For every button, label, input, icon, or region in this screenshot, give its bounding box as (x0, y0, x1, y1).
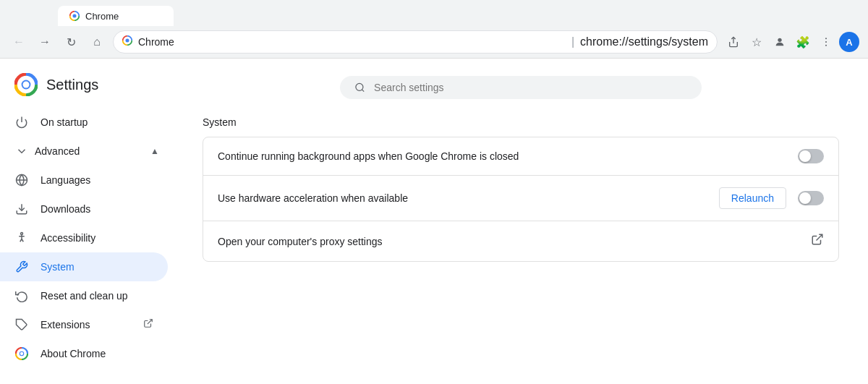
main-content: System Continue running background apps … (174, 59, 868, 384)
tab-label: Chrome (85, 11, 119, 22)
svg-point-1 (72, 14, 76, 17)
svg-point-11 (23, 82, 30, 88)
address-bar[interactable]: Chrome | chrome://settings/system (113, 30, 718, 54)
sidebar-item-about[interactable]: About Chrome (0, 339, 168, 368)
proxy-label: Open your computer's proxy settings (218, 236, 799, 247)
settings-title: Settings (46, 77, 98, 93)
advanced-icon (14, 144, 29, 158)
chrome-logo (14, 73, 38, 96)
svg-line-18 (148, 320, 152, 324)
extensions-button[interactable]: 🧩 (793, 32, 813, 52)
relaunch-button[interactable]: Relaunch (719, 187, 786, 209)
sidebar-item-label-on-startup: On startup (41, 116, 88, 128)
sidebar-item-label-accessibility: Accessibility (41, 232, 95, 244)
settings-row-background-apps: Continue running background apps when Go… (203, 137, 838, 176)
share-button[interactable] (723, 32, 744, 52)
proxy-external-icon[interactable] (811, 233, 824, 249)
settings-row-proxy[interactable]: Open your computer's proxy settings (203, 221, 838, 261)
history-icon (14, 289, 29, 303)
background-apps-toggle[interactable] (798, 149, 824, 163)
accessibility-icon (14, 231, 29, 245)
address-favicon (122, 35, 132, 48)
svg-line-24 (817, 234, 822, 240)
search-input[interactable] (374, 82, 687, 93)
toolbar-actions: ☆ 🧩 A (723, 32, 859, 52)
toggle-thumb-2 (799, 192, 811, 204)
puzzle-icon (14, 317, 29, 332)
address-site-name: Chrome (138, 36, 566, 48)
sidebar: Settings On startup Advanced ▲ Languages (0, 59, 174, 384)
svg-point-8 (825, 45, 827, 46)
sidebar-item-languages[interactable]: Languages (0, 166, 168, 195)
svg-point-16 (21, 233, 23, 235)
sidebar-item-advanced[interactable]: Advanced ▲ (0, 137, 174, 166)
svg-point-6 (825, 38, 827, 39)
app-container: Settings On startup Advanced ▲ Languages (0, 59, 868, 384)
svg-point-21 (20, 352, 23, 355)
home-button[interactable]: ⌂ (87, 32, 107, 52)
advanced-chevron: ▲ (150, 146, 159, 156)
search-bar[interactable] (340, 76, 702, 99)
svg-point-7 (825, 41, 827, 43)
sidebar-item-reset[interactable]: Reset and clean up (0, 281, 168, 310)
forward-button[interactable]: → (35, 32, 55, 52)
sidebar-item-label-about: About Chrome (41, 348, 106, 359)
toggle-thumb (799, 150, 811, 162)
sidebar-item-extensions[interactable]: Extensions (0, 310, 168, 339)
profile-button[interactable]: A (839, 32, 859, 52)
sidebar-item-accessibility[interactable]: Accessibility (0, 223, 168, 252)
advanced-label: Advanced (35, 145, 80, 157)
sidebar-item-downloads[interactable]: Downloads (0, 195, 168, 223)
hardware-acceleration-label: Use hardware acceleration when available (218, 192, 707, 204)
background-apps-label: Continue running background apps when Go… (218, 150, 786, 162)
chrome-about-icon (14, 346, 29, 361)
download-icon (14, 202, 29, 216)
sidebar-item-system[interactable]: System (0, 252, 168, 281)
address-separator: | (571, 35, 574, 48)
settings-row-hardware-acceleration: Use hardware acceleration when available… (203, 176, 838, 221)
sidebar-item-label-reset: Reset and clean up (41, 290, 128, 302)
settings-header: Settings (0, 64, 174, 108)
svg-line-23 (362, 90, 364, 92)
svg-point-22 (356, 83, 363, 90)
address-url: chrome://settings/system (580, 35, 708, 48)
profile-icon-button[interactable] (770, 32, 790, 52)
svg-point-3 (125, 38, 129, 42)
reload-button[interactable]: ↻ (61, 32, 81, 52)
extensions-external-icon (143, 318, 153, 331)
back-button[interactable]: ← (9, 32, 29, 52)
sidebar-item-label-extensions: Extensions (41, 319, 90, 330)
browser-toolbar: ← → ↻ ⌂ Chrome | chrome://settings/syste… (0, 26, 868, 58)
sidebar-item-label-system: System (41, 261, 75, 273)
settings-card: Continue running background apps when Go… (203, 137, 839, 262)
sidebar-item-label-downloads: Downloads (41, 203, 90, 215)
search-icon (354, 82, 365, 93)
hardware-acceleration-toggle[interactable] (798, 191, 824, 205)
active-tab[interactable]: Chrome (58, 6, 174, 26)
bookmark-button[interactable]: ☆ (746, 32, 767, 52)
sidebar-item-label-languages: Languages (41, 174, 90, 186)
power-icon (14, 115, 29, 129)
browser-menu-button[interactable] (816, 32, 836, 52)
section-title: System (203, 116, 839, 128)
svg-point-5 (778, 38, 781, 42)
globe-icon (14, 173, 29, 187)
sidebar-item-on-startup[interactable]: On startup (0, 108, 168, 137)
wrench-icon (14, 260, 29, 274)
tab-favicon (69, 11, 80, 21)
